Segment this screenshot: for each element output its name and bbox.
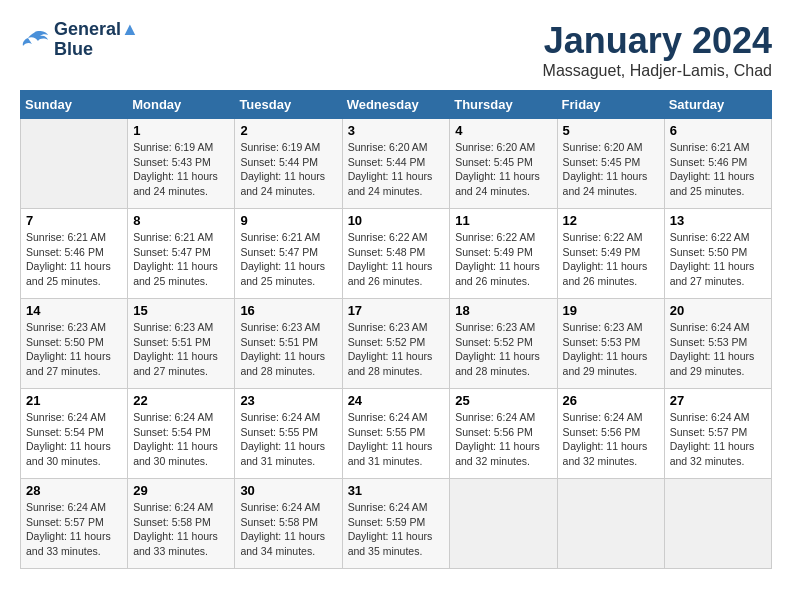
calendar-cell: 31Sunrise: 6:24 AMSunset: 5:59 PMDayligh… bbox=[342, 479, 450, 569]
page-header: General▲ Blue January 2024 Massaguet, Ha… bbox=[20, 20, 772, 80]
day-info: Sunrise: 6:22 AMSunset: 5:50 PMDaylight:… bbox=[670, 230, 766, 289]
day-info: Sunrise: 6:19 AMSunset: 5:43 PMDaylight:… bbox=[133, 140, 229, 199]
day-info: Sunrise: 6:23 AMSunset: 5:52 PMDaylight:… bbox=[348, 320, 445, 379]
calendar-cell: 23Sunrise: 6:24 AMSunset: 5:55 PMDayligh… bbox=[235, 389, 342, 479]
day-info: Sunrise: 6:22 AMSunset: 5:49 PMDaylight:… bbox=[455, 230, 551, 289]
day-number: 8 bbox=[133, 213, 229, 228]
day-number: 29 bbox=[133, 483, 229, 498]
day-number: 19 bbox=[563, 303, 659, 318]
day-number: 5 bbox=[563, 123, 659, 138]
calendar-cell bbox=[557, 479, 664, 569]
day-number: 11 bbox=[455, 213, 551, 228]
header-day-monday: Monday bbox=[128, 91, 235, 119]
calendar-cell: 8Sunrise: 6:21 AMSunset: 5:47 PMDaylight… bbox=[128, 209, 235, 299]
day-number: 28 bbox=[26, 483, 122, 498]
calendar-cell: 15Sunrise: 6:23 AMSunset: 5:51 PMDayligh… bbox=[128, 299, 235, 389]
day-number: 23 bbox=[240, 393, 336, 408]
header-day-wednesday: Wednesday bbox=[342, 91, 450, 119]
calendar-cell: 2Sunrise: 6:19 AMSunset: 5:44 PMDaylight… bbox=[235, 119, 342, 209]
day-number: 25 bbox=[455, 393, 551, 408]
day-number: 9 bbox=[240, 213, 336, 228]
day-info: Sunrise: 6:23 AMSunset: 5:52 PMDaylight:… bbox=[455, 320, 551, 379]
day-number: 30 bbox=[240, 483, 336, 498]
calendar-cell: 27Sunrise: 6:24 AMSunset: 5:57 PMDayligh… bbox=[664, 389, 771, 479]
title-block: January 2024 Massaguet, Hadjer-Lamis, Ch… bbox=[543, 20, 772, 80]
day-info: Sunrise: 6:24 AMSunset: 5:56 PMDaylight:… bbox=[455, 410, 551, 469]
day-number: 21 bbox=[26, 393, 122, 408]
calendar-cell bbox=[664, 479, 771, 569]
day-info: Sunrise: 6:24 AMSunset: 5:55 PMDaylight:… bbox=[348, 410, 445, 469]
day-info: Sunrise: 6:24 AMSunset: 5:58 PMDaylight:… bbox=[133, 500, 229, 559]
calendar-cell: 5Sunrise: 6:20 AMSunset: 5:45 PMDaylight… bbox=[557, 119, 664, 209]
day-info: Sunrise: 6:21 AMSunset: 5:46 PMDaylight:… bbox=[670, 140, 766, 199]
logo-icon bbox=[20, 28, 50, 52]
calendar-cell: 1Sunrise: 6:19 AMSunset: 5:43 PMDaylight… bbox=[128, 119, 235, 209]
day-info: Sunrise: 6:20 AMSunset: 5:44 PMDaylight:… bbox=[348, 140, 445, 199]
day-info: Sunrise: 6:24 AMSunset: 5:56 PMDaylight:… bbox=[563, 410, 659, 469]
day-info: Sunrise: 6:24 AMSunset: 5:53 PMDaylight:… bbox=[670, 320, 766, 379]
day-number: 12 bbox=[563, 213, 659, 228]
header-row: SundayMondayTuesdayWednesdayThursdayFrid… bbox=[21, 91, 772, 119]
day-number: 15 bbox=[133, 303, 229, 318]
calendar-cell: 25Sunrise: 6:24 AMSunset: 5:56 PMDayligh… bbox=[450, 389, 557, 479]
calendar-cell: 19Sunrise: 6:23 AMSunset: 5:53 PMDayligh… bbox=[557, 299, 664, 389]
day-info: Sunrise: 6:24 AMSunset: 5:54 PMDaylight:… bbox=[133, 410, 229, 469]
calendar-cell: 18Sunrise: 6:23 AMSunset: 5:52 PMDayligh… bbox=[450, 299, 557, 389]
logo: General▲ Blue bbox=[20, 20, 139, 60]
day-number: 7 bbox=[26, 213, 122, 228]
header-day-tuesday: Tuesday bbox=[235, 91, 342, 119]
week-row-4: 28Sunrise: 6:24 AMSunset: 5:57 PMDayligh… bbox=[21, 479, 772, 569]
day-number: 1 bbox=[133, 123, 229, 138]
calendar-cell: 9Sunrise: 6:21 AMSunset: 5:47 PMDaylight… bbox=[235, 209, 342, 299]
calendar-cell: 26Sunrise: 6:24 AMSunset: 5:56 PMDayligh… bbox=[557, 389, 664, 479]
day-number: 13 bbox=[670, 213, 766, 228]
week-row-1: 7Sunrise: 6:21 AMSunset: 5:46 PMDaylight… bbox=[21, 209, 772, 299]
day-number: 10 bbox=[348, 213, 445, 228]
calendar-cell: 29Sunrise: 6:24 AMSunset: 5:58 PMDayligh… bbox=[128, 479, 235, 569]
header-day-thursday: Thursday bbox=[450, 91, 557, 119]
calendar-cell: 24Sunrise: 6:24 AMSunset: 5:55 PMDayligh… bbox=[342, 389, 450, 479]
day-number: 20 bbox=[670, 303, 766, 318]
day-info: Sunrise: 6:24 AMSunset: 5:55 PMDaylight:… bbox=[240, 410, 336, 469]
calendar-cell: 22Sunrise: 6:24 AMSunset: 5:54 PMDayligh… bbox=[128, 389, 235, 479]
calendar-cell: 10Sunrise: 6:22 AMSunset: 5:48 PMDayligh… bbox=[342, 209, 450, 299]
week-row-0: 1Sunrise: 6:19 AMSunset: 5:43 PMDaylight… bbox=[21, 119, 772, 209]
calendar-header: SundayMondayTuesdayWednesdayThursdayFrid… bbox=[21, 91, 772, 119]
calendar-cell bbox=[450, 479, 557, 569]
calendar-cell: 13Sunrise: 6:22 AMSunset: 5:50 PMDayligh… bbox=[664, 209, 771, 299]
calendar-cell bbox=[21, 119, 128, 209]
month-title: January 2024 bbox=[543, 20, 772, 62]
week-row-3: 21Sunrise: 6:24 AMSunset: 5:54 PMDayligh… bbox=[21, 389, 772, 479]
day-number: 22 bbox=[133, 393, 229, 408]
calendar-cell: 17Sunrise: 6:23 AMSunset: 5:52 PMDayligh… bbox=[342, 299, 450, 389]
day-info: Sunrise: 6:21 AMSunset: 5:47 PMDaylight:… bbox=[133, 230, 229, 289]
calendar-body: 1Sunrise: 6:19 AMSunset: 5:43 PMDaylight… bbox=[21, 119, 772, 569]
calendar-cell: 14Sunrise: 6:23 AMSunset: 5:50 PMDayligh… bbox=[21, 299, 128, 389]
day-info: Sunrise: 6:24 AMSunset: 5:54 PMDaylight:… bbox=[26, 410, 122, 469]
day-info: Sunrise: 6:24 AMSunset: 5:59 PMDaylight:… bbox=[348, 500, 445, 559]
day-number: 26 bbox=[563, 393, 659, 408]
calendar-cell: 21Sunrise: 6:24 AMSunset: 5:54 PMDayligh… bbox=[21, 389, 128, 479]
calendar-cell: 6Sunrise: 6:21 AMSunset: 5:46 PMDaylight… bbox=[664, 119, 771, 209]
location-title: Massaguet, Hadjer-Lamis, Chad bbox=[543, 62, 772, 80]
day-info: Sunrise: 6:23 AMSunset: 5:53 PMDaylight:… bbox=[563, 320, 659, 379]
header-day-saturday: Saturday bbox=[664, 91, 771, 119]
calendar-cell: 12Sunrise: 6:22 AMSunset: 5:49 PMDayligh… bbox=[557, 209, 664, 299]
day-number: 14 bbox=[26, 303, 122, 318]
day-number: 27 bbox=[670, 393, 766, 408]
day-info: Sunrise: 6:24 AMSunset: 5:58 PMDaylight:… bbox=[240, 500, 336, 559]
day-number: 6 bbox=[670, 123, 766, 138]
calendar-cell: 30Sunrise: 6:24 AMSunset: 5:58 PMDayligh… bbox=[235, 479, 342, 569]
day-info: Sunrise: 6:20 AMSunset: 5:45 PMDaylight:… bbox=[563, 140, 659, 199]
week-row-2: 14Sunrise: 6:23 AMSunset: 5:50 PMDayligh… bbox=[21, 299, 772, 389]
day-number: 16 bbox=[240, 303, 336, 318]
day-number: 24 bbox=[348, 393, 445, 408]
day-number: 17 bbox=[348, 303, 445, 318]
calendar-cell: 28Sunrise: 6:24 AMSunset: 5:57 PMDayligh… bbox=[21, 479, 128, 569]
day-info: Sunrise: 6:24 AMSunset: 5:57 PMDaylight:… bbox=[26, 500, 122, 559]
calendar-cell: 11Sunrise: 6:22 AMSunset: 5:49 PMDayligh… bbox=[450, 209, 557, 299]
day-info: Sunrise: 6:24 AMSunset: 5:57 PMDaylight:… bbox=[670, 410, 766, 469]
day-number: 31 bbox=[348, 483, 445, 498]
day-info: Sunrise: 6:19 AMSunset: 5:44 PMDaylight:… bbox=[240, 140, 336, 199]
day-info: Sunrise: 6:23 AMSunset: 5:51 PMDaylight:… bbox=[133, 320, 229, 379]
